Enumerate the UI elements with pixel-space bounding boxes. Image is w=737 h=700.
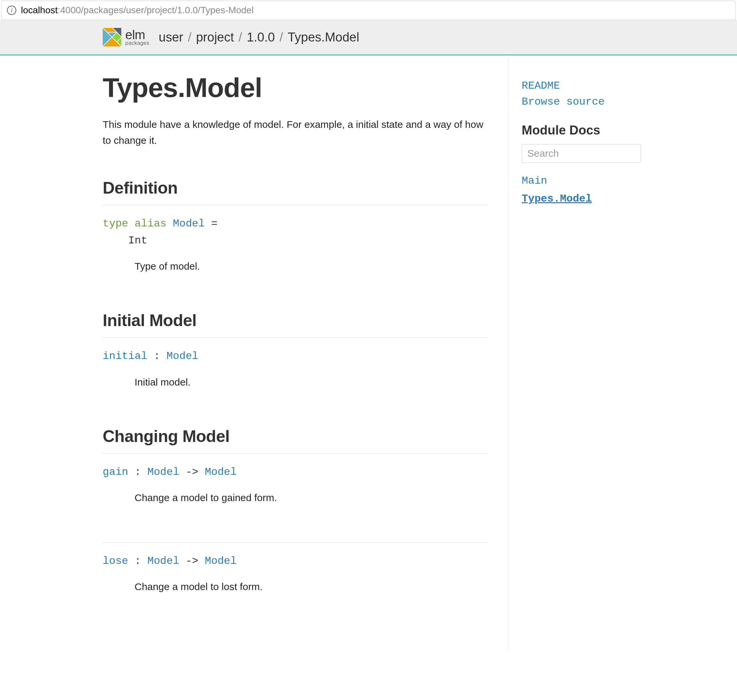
type-link[interactable]: Model [147,466,179,478]
page-body: Types.Model This module have a knowledge… [83,56,654,651]
crumb-sep: / [279,30,283,44]
sidebar: README Browse source Module Docs MainTyp… [508,58,641,651]
crumb-module: Types.Model [288,30,359,44]
code-token: type alias [103,218,173,230]
crumb-sep: / [188,30,192,44]
divider [103,337,488,338]
search-input[interactable] [522,144,641,163]
type-link[interactable]: Model [167,350,198,362]
breadcrumb: user / project / 1.0.0 / Types.Model [159,30,360,44]
main-column: Types.Model This module have a knowledge… [96,56,508,651]
module-description: This module have a knowledge of model. F… [103,116,488,149]
code-token: : [147,350,167,362]
code-token: : [128,466,147,478]
url-text: localhost:4000/packages/user/project/1.0… [21,5,254,16]
crumb-user[interactable]: user [159,30,183,44]
crumb-version[interactable]: 1.0.0 [247,30,275,44]
code-token: Int [103,234,147,247]
info-icon: i [7,6,16,15]
type-signature: initial : Model [103,348,488,365]
address-bar[interactable]: i localhost:4000/packages/user/project/1… [1,1,736,20]
section-heading: Definition [103,178,488,198]
divider [103,453,488,454]
code-token: = [205,218,217,230]
sidebar-link-source[interactable]: Browse source [522,94,641,110]
code-token: -> [179,466,205,478]
crumb-sep: / [239,30,242,44]
divider [103,205,488,205]
page-title: Types.Model [103,72,488,103]
type-link[interactable]: Model [205,466,237,478]
type-link[interactable]: Model [147,555,179,567]
logo-text: elm packages [125,29,149,46]
doc-comment: Change a model to lost form. [134,579,488,595]
type-signature: gain : Model -> Model [103,463,488,481]
divider [103,542,488,543]
module-link[interactable]: Types.Model [522,190,641,208]
doc-comment: Type of model. [134,258,488,274]
url-host: localhost [21,5,58,15]
header: elm packages user / project / 1.0.0 / Ty… [0,20,737,56]
type-link[interactable]: lose [103,555,128,567]
type-link[interactable]: Model [173,218,205,230]
type-signature: type alias Model = Int [103,215,488,249]
type-link[interactable]: Model [205,555,237,567]
crumb-project[interactable]: project [196,30,234,44]
type-link[interactable]: gain [103,466,128,478]
sidebar-heading: Module Docs [522,123,641,137]
elm-logo-icon [103,28,121,47]
doc-comment: Initial model. [134,374,488,390]
code-token: -> [179,555,205,567]
module-link[interactable]: Main [522,172,641,190]
logo-title: elm [125,29,149,41]
logo-subtitle: packages [125,41,149,46]
type-link[interactable]: initial [103,350,147,362]
code-token: : [128,555,147,567]
url-path: :4000/packages/user/project/1.0.0/Types-… [58,5,254,15]
doc-comment: Change a model to gained form. [134,490,488,506]
section-heading: Changing Model [103,427,488,446]
type-signature: lose : Model -> Model [103,553,488,569]
logo-link[interactable]: elm packages [103,28,149,47]
section-heading: Initial Model [103,311,488,330]
sidebar-link-readme[interactable]: README [522,78,641,94]
